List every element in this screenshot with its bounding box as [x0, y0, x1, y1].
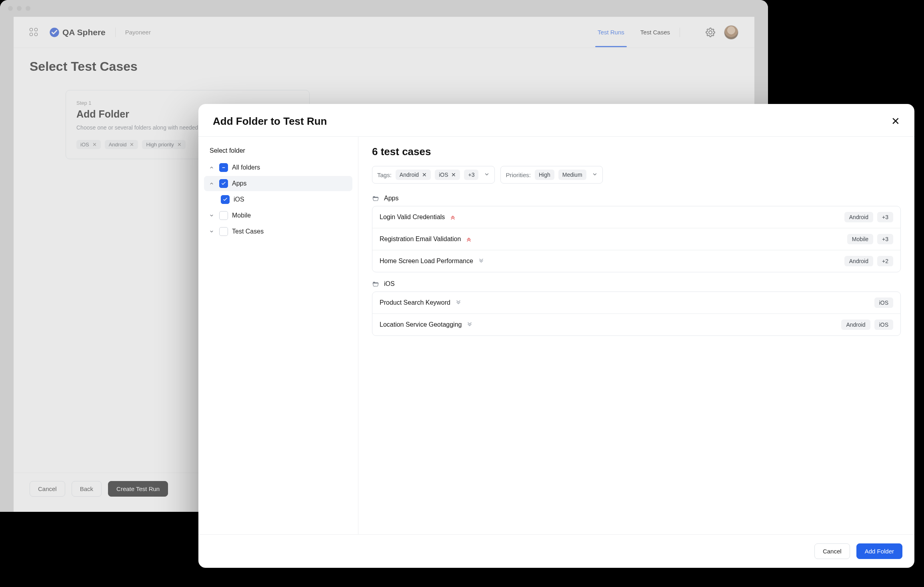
tree-label: Apps	[232, 180, 246, 187]
modal-add-folder-button[interactable]: Add Folder	[856, 543, 902, 559]
tree-row-test-cases[interactable]: Test Cases	[204, 224, 352, 239]
tag-pill[interactable]: iOS✕	[435, 170, 460, 180]
test-case-list: Product Search KeywordiOSLocation Servic…	[372, 292, 901, 336]
folder-open-icon	[372, 280, 379, 288]
pill-close-icon[interactable]: ✕	[422, 172, 427, 178]
tag-badge: Mobile	[847, 234, 873, 244]
tag-badge: Android	[841, 319, 870, 330]
chevron-down-icon[interactable]	[208, 228, 215, 235]
modal-title: Add Folder to Test Run	[213, 115, 327, 128]
tag-badge: Android	[844, 212, 873, 222]
tree-row-all-folders[interactable]: All folders	[204, 160, 352, 175]
tag-more-pill[interactable]: +3	[464, 170, 478, 180]
checkbox-unchecked[interactable]	[219, 211, 228, 220]
close-icon[interactable]: ✕	[891, 115, 900, 128]
test-case-title: Login Valid Credentials	[380, 214, 445, 221]
test-case-title: Registration Email Validation	[380, 236, 461, 243]
tree-label: All folders	[232, 164, 260, 171]
test-case-row[interactable]: Home Screen Load PerformanceAndroid+2	[372, 250, 900, 272]
test-case-row[interactable]: Registration Email ValidationMobile+3	[372, 228, 900, 250]
checkbox-checked[interactable]	[219, 179, 228, 188]
tag-badge: iOS	[874, 319, 893, 330]
priority-low-icon	[455, 299, 462, 306]
priority-pill[interactable]: High	[535, 170, 554, 180]
tree-row-apps[interactable]: Apps	[204, 176, 352, 191]
test-case-row[interactable]: Location Service GeotaggingAndroidiOS	[372, 314, 900, 335]
tree-label: iOS	[234, 196, 244, 203]
priority-pill[interactable]: Medium	[558, 170, 586, 180]
group-header: iOS	[372, 280, 901, 288]
tag-badge: +2	[877, 256, 893, 266]
tag-badge: iOS	[874, 297, 893, 308]
tag-badge: +3	[877, 212, 893, 222]
priority-low-icon	[478, 258, 484, 264]
tag-badge: Android	[844, 256, 873, 266]
group-header: Apps	[372, 195, 901, 202]
tree-row-mobile[interactable]: Mobile	[204, 208, 352, 223]
modal-body: Select folder All folders	[198, 136, 914, 534]
folder-open-icon	[372, 195, 379, 202]
tree-row-ios[interactable]: iOS	[204, 192, 352, 207]
tree-label: Test Cases	[232, 228, 264, 235]
tags-label: Tags:	[377, 172, 392, 178]
test-case-title: Home Screen Load Performance	[380, 258, 473, 265]
pill-close-icon[interactable]: ✕	[451, 172, 456, 178]
chevron-down-icon[interactable]	[208, 212, 215, 219]
tree-label: Mobile	[232, 212, 251, 219]
tag-badge: +3	[877, 234, 893, 244]
chevron-up-icon[interactable]	[208, 164, 215, 171]
select-folder-label: Select folder	[204, 146, 352, 160]
checkbox-checked[interactable]	[221, 195, 230, 204]
test-case-row[interactable]: Login Valid CredentialsAndroid+3	[372, 206, 900, 228]
modal-footer: Cancel Add Folder	[198, 534, 914, 568]
test-cases-count: 6 test cases	[372, 146, 901, 158]
test-case-title: Location Service Geotagging	[380, 321, 462, 328]
test-case-row[interactable]: Product Search KeywordiOS	[372, 292, 900, 314]
test-case-title: Product Search Keyword	[380, 299, 450, 306]
chevron-down-icon[interactable]	[484, 172, 490, 178]
chevron-up-icon[interactable]	[208, 180, 215, 187]
tag-pill[interactable]: Android✕	[396, 170, 431, 180]
group-name: Apps	[384, 195, 398, 202]
filter-row: Tags: Android✕ iOS✕ +3 Priorities: High …	[372, 166, 901, 184]
test-cases-pane: 6 test cases Tags: Android✕ iOS✕ +3 Prio…	[358, 137, 914, 534]
priority-high-icon	[466, 236, 472, 242]
checkbox-indeterminate[interactable]	[219, 163, 228, 172]
test-case-list: Login Valid CredentialsAndroid+3Registra…	[372, 206, 901, 272]
add-folder-modal: Add Folder to Test Run ✕ Select folder A…	[198, 104, 914, 568]
checkbox-unchecked[interactable]	[219, 227, 228, 236]
folder-tree: All folders Apps iOS	[204, 160, 352, 239]
priorities-label: Priorities:	[506, 172, 531, 178]
tags-filter[interactable]: Tags: Android✕ iOS✕ +3	[372, 166, 495, 184]
priority-low-icon	[466, 321, 473, 328]
folder-tree-pane: Select folder All folders	[198, 137, 358, 534]
group-name: iOS	[384, 280, 395, 288]
chevron-down-icon[interactable]	[592, 172, 598, 178]
modal-cancel-button[interactable]: Cancel	[814, 543, 850, 559]
svg-rect-1	[222, 167, 225, 168]
priorities-filter[interactable]: Priorities: High Medium	[500, 166, 602, 184]
priority-high-icon	[450, 214, 456, 220]
modal-header: Add Folder to Test Run ✕	[198, 104, 914, 136]
